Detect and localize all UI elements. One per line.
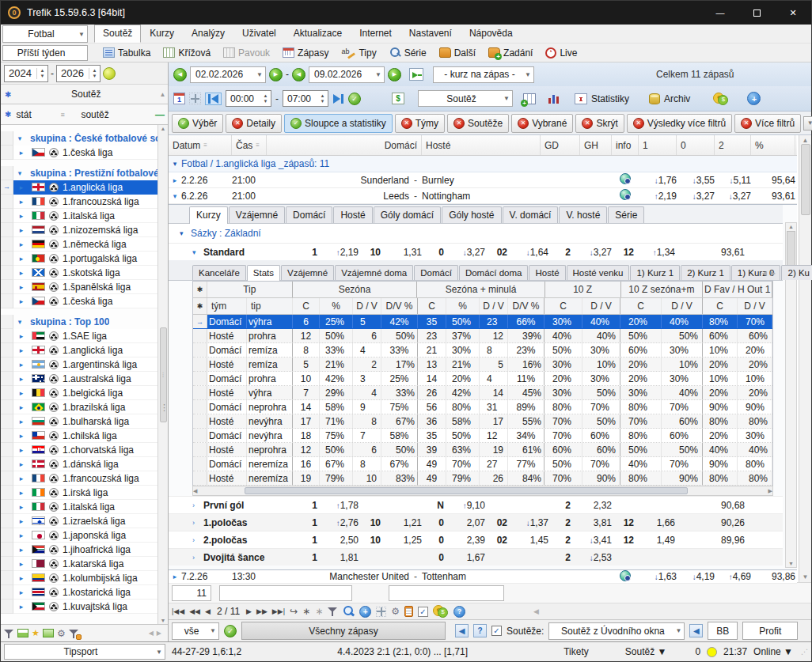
filter-field-1[interactable] [219,585,352,601]
stats-row-host-neprohra[interactable]: Hosténeprohra1250%650%3963%1961%60%60%50… [193,443,772,457]
league-group[interactable]: ▾skupina : Prestižní fotbalové s [1,166,157,180]
sidebar-item-1-australsk-liga[interactable]: ▸1.australská liga [1,372,157,386]
stats-tab-dom-c-doma[interactable]: Domácí doma [459,265,529,280]
toolbar-button-live[interactable]: Live [540,46,582,60]
close-button[interactable]: ✕ [775,1,811,25]
expand-icon[interactable]: ▸ [15,489,28,497]
year-from-spinner[interactable]: 2024 ▲▼ [4,65,48,82]
clipboard-icon[interactable] [404,606,413,617]
sidebar-item-1-bulharsk-liga[interactable]: ▸1.bulharská liga [1,414,157,429]
souteze-checkbox[interactable]: ✓ [491,626,502,636]
date-from-select[interactable]: 02.02.2026 ▼ [190,66,266,83]
stats-subcol-9[interactable]: D/V % [508,298,544,314]
bookmaker-select[interactable]: Tipsport ▼ [4,644,165,660]
bar-chart-icon[interactable] [548,93,560,104]
last-record-icon[interactable]: ▶▶| [272,607,285,615]
splitter-handle[interactable]: ⋮ [160,403,169,413]
expand-icon[interactable]: ▸ [15,475,28,482]
stats-subcol-12[interactable]: C [620,298,662,314]
year-to-spinner[interactable]: 2026 ▲▼ [56,65,101,82]
expand-icon[interactable]: ▸ [15,503,28,511]
dropdown-icon[interactable]: ▼ [803,116,812,131]
spinner-arrows-icon[interactable]: ▲▼ [260,93,271,104]
expand-icon[interactable]: ▸ [15,418,28,426]
expand-icon[interactable]: ▸ [15,375,28,383]
expand-icon[interactable]: ▸ [15,546,28,554]
expand-icon[interactable]: ▸ [15,531,28,539]
expand-icon[interactable]: ▸ [15,183,28,191]
minimize-button[interactable]: — [702,1,738,25]
sidebar-item-1-jihoafrick-liga[interactable]: ▸1.jihoafrická liga [1,543,157,557]
column-header-info[interactable]: info [612,135,639,155]
collapse-icon[interactable]: ▾ [169,160,181,168]
stats-subcol-5[interactable]: D/V % [381,298,418,314]
tab-g-ly-host[interactable]: Góly hosté [442,206,501,223]
checkbox-icon[interactable]: ✓ [418,607,428,617]
stats-row-dom-c-nerem-za[interactable]: Domácíneremíza1667%867%4970%2777%50%70%4… [193,457,772,471]
prev-date-icon[interactable]: ◀ [173,68,187,81]
expand-icon[interactable]: ▸ [15,446,28,454]
spinner-arrows-icon[interactable]: ▲▼ [89,68,100,79]
asterisk-icon[interactable]: ✱ [5,90,11,99]
filter-button-sout-e[interactable]: ✕Soutěže [447,114,509,133]
stats-tab-dom-c[interactable]: Domácí [414,265,458,280]
column-header-2[interactable]: 2 [715,135,751,155]
prev-record-icon[interactable]: ◀ [205,607,211,615]
stats-tab-vz-jemn[interactable]: Vzájemné [281,265,334,280]
expand-icon[interactable]: ▾ [192,248,203,256]
sport-select[interactable]: Fotbal ▼ [2,25,88,43]
menu-tab-aktualizace[interactable]: Aktualizace [285,25,351,43]
expand-icon[interactable]: ▸ [15,255,28,263]
scroll-down-icon[interactable]: ▼ [161,618,166,623]
time-to-spinner[interactable]: 07:00 ▲▼ [283,90,328,107]
count-field[interactable]: 11 [172,585,211,601]
bet-row-1-polo-as[interactable]: ›1.poločas1↑2,76101,2102,0702↓1,3723,811… [169,513,783,531]
expand-icon[interactable]: ▸ [169,573,181,581]
stats-row-dom-c-rem-za[interactable]: Domácíremíza833%433%2130%823%50%30%60%30… [193,343,772,357]
online-status-button[interactable]: Online ▼ [753,646,793,657]
sidebar-item-1-belgick-liga[interactable]: ▸1.belgická liga [1,386,157,400]
toolbar-button-tipy[interactable]: Tipy [336,46,381,60]
stats-row-dom-c-neprohra[interactable]: Domácíneprohra1458%975%5680%3189%80%70%8… [193,400,772,414]
stats-tab-stats[interactable]: Stats [247,265,280,281]
stats-tab-1-kurz-1[interactable]: 1) Kurz 1 [630,265,680,280]
vse-select[interactable]: vše ▼ [172,622,219,640]
menu-tab-anal-zy[interactable]: Analýzy [183,25,233,43]
filter-button-skr-t[interactable]: ✕Skrýt [575,114,624,133]
apply-time-icon[interactable]: ✓ [348,93,361,105]
expand-icon[interactable]: ▸ [15,212,28,220]
stats-subcol-14[interactable]: C [703,298,738,314]
add-icon[interactable]: + [747,92,761,105]
bet-row-prvn-g-l[interactable]: ›První gól1↑1,78N↑9,1022,3290,68 [169,496,783,513]
expand-icon[interactable]: ▸ [15,460,28,468]
expand-icon[interactable]: › [192,519,203,527]
menu-tab-nastaven[interactable]: Nastavení [400,25,461,43]
bet-row-dvojit-ance[interactable]: ›Dvojitá šance11,8101,672↓2,53 [169,548,783,566]
filter-button-detaily[interactable]: ✕Detaily [226,114,282,133]
period-select[interactable]: Příští týden [2,45,88,61]
expand-icon[interactable]: ▸ [15,574,28,582]
sidebar-item-1-katarsk-liga[interactable]: ▸1.katarská liga [1,557,157,571]
expand-icon[interactable]: ▸ [15,226,28,234]
column-header-host[interactable]: Hosté [422,135,541,155]
first-record-icon[interactable]: |◀◀ [172,607,184,615]
menu-tab-u-ivatel[interactable]: Uživatel [233,25,285,43]
expand-icon[interactable]: ▸ [15,297,28,305]
tikety-button[interactable]: Tikety [563,646,589,657]
move-icon[interactable] [189,93,201,104]
kurz-select[interactable]: - kurz na zápas - ▼ [433,66,534,83]
tab-scroll-arrows-icon[interactable]: ◀▶ [762,270,780,277]
stats-row-dom-c-prohra[interactable]: Domácíprohra1042%325%1420%411%20%30%20%3… [193,372,772,386]
expand-icon[interactable]: ▸ [15,588,28,596]
sidebar-item-1-italsk-liga[interactable]: ▸1.italská liga [1,500,157,514]
sidebar-item-1-kostarick-liga[interactable]: ▸1.kostarická liga [1,585,157,600]
sidebar-item-1-argentinsk-liga[interactable]: ▸1.argentinská liga [1,357,157,372]
column-header-dom-c[interactable]: Domácí [267,135,422,155]
expand-icon[interactable]: ▸ [15,603,28,611]
collapse-icon[interactable]: ▾ [13,318,26,326]
column-soutez[interactable]: soutěž [76,109,155,120]
sidebar-item-1-pan-lsk-liga[interactable]: ▸1.španělská liga [1,280,157,294]
next-record-icon[interactable]: ▶ [246,607,252,615]
stats-hscrollbar[interactable]: ◀ ▶ [192,486,773,496]
filter-button-vybran[interactable]: ✕Vybrané [511,114,573,133]
